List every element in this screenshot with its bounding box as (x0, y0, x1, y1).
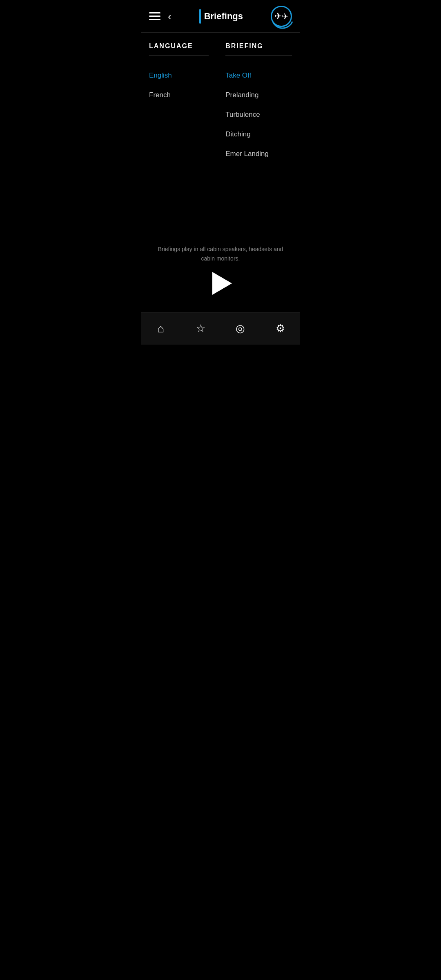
language-item-english[interactable]: English (149, 66, 209, 85)
home-icon: ⌂ (157, 322, 164, 335)
title-accent-bar (199, 9, 201, 24)
back-button[interactable]: ‹ (168, 11, 172, 22)
menu-button[interactable] (149, 12, 160, 20)
airplane-button[interactable]: ✈ (271, 6, 292, 27)
page-title: Briefings (204, 11, 243, 22)
briefing-item-ditching[interactable]: Ditching (225, 125, 292, 144)
play-button[interactable] (208, 271, 233, 296)
app-header: ‹ Briefings ✈ (141, 0, 300, 33)
language-panel: LANGUAGE English French (141, 33, 217, 174)
briefing-item-prelanding[interactable]: Prelanding (225, 85, 292, 105)
briefing-heading: BRIEFING (225, 42, 292, 56)
info-text: Briefings play in all cabin speakers, he… (141, 245, 300, 263)
settings-icon: ⚙ (276, 322, 285, 335)
briefing-panel: BRIEFING Take Off Prelanding Turbulence … (217, 33, 300, 174)
nav-item-favorites[interactable]: ☆ (181, 319, 221, 338)
main-content: LANGUAGE English French BRIEFING Take Of… (141, 33, 300, 174)
header-title-area: Briefings (199, 9, 243, 24)
star-icon: ☆ (196, 322, 205, 335)
language-item-french[interactable]: French (149, 85, 209, 105)
briefing-item-emerlanding[interactable]: Emer Landing (225, 144, 292, 164)
briefing-item-turbulence[interactable]: Turbulence (225, 105, 292, 125)
bottom-navigation: ⌂ ☆ ◎ ⚙ (141, 312, 300, 345)
nav-item-media[interactable]: ◎ (220, 319, 261, 338)
language-heading: LANGUAGE (149, 42, 209, 56)
header-left-controls: ‹ (149, 11, 172, 22)
nav-item-settings[interactable]: ⚙ (261, 319, 301, 338)
play-container (141, 271, 300, 296)
briefing-item-takeoff[interactable]: Take Off (225, 66, 292, 85)
airplane-icon: ✈ (282, 11, 289, 21)
media-icon: ◎ (236, 322, 245, 335)
nav-item-home[interactable]: ⌂ (141, 319, 181, 339)
play-triangle-icon (212, 272, 232, 295)
